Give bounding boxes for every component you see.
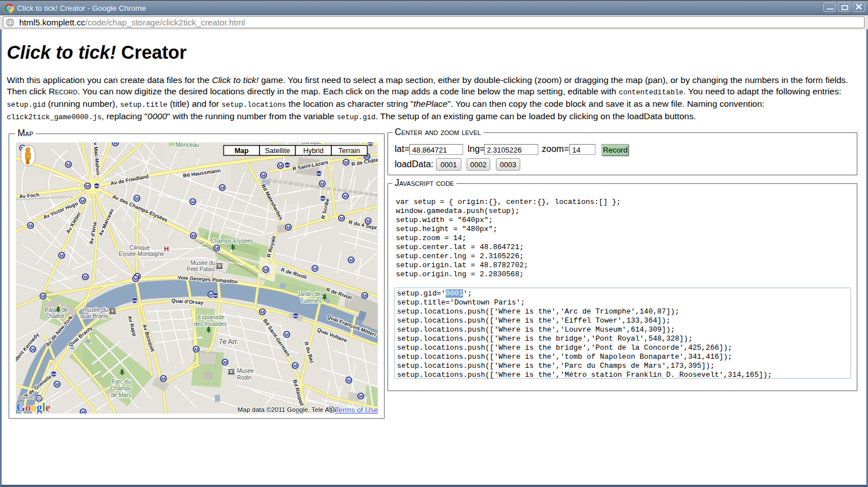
svg-text:Google: Google [16, 401, 50, 414]
svg-text:Tuileries: Tuileries [300, 298, 321, 304]
svg-text:de Mars: de Mars [111, 392, 131, 398]
svg-text:Jardin des: Jardin des [297, 291, 323, 297]
svg-text:Map data ©2011 Google, Tele At: Map data ©2011 Google, Tele Atlas - [237, 406, 343, 413]
svg-text:Musée: Musée [237, 368, 254, 374]
svg-text:Elysée-Montaigne: Elysée-Montaigne [119, 251, 164, 257]
svg-text:Petit Palais: Petit Palais [187, 266, 215, 272]
svg-text:Clinique: Clinique [129, 245, 150, 251]
svg-text:Monceau: Monceau [176, 142, 199, 148]
svg-text:Clinique: Clinique [301, 142, 322, 145]
svg-text:Champs-Elysées: Champs-Elysées [210, 238, 253, 244]
svg-text:musée du: musée du [83, 307, 108, 313]
svg-text:Satellite: Satellite [265, 147, 290, 155]
svg-text:des Invalides: des Invalides [194, 321, 227, 327]
svg-text:Map: Map [235, 147, 249, 155]
svg-text:Rodin: Rodin [237, 375, 252, 381]
svg-text:Esplanade: Esplanade [198, 314, 225, 320]
svg-text:Parc du: Parc du [111, 379, 131, 385]
svg-text:7e Arr.: 7e Arr. [219, 338, 239, 346]
svg-text:Champs: Champs [110, 385, 131, 392]
svg-text:Palais de: Palais de [45, 307, 68, 313]
svg-text:Terms of Use: Terms of Use [335, 406, 378, 414]
svg-text:Musée du: Musée du [191, 260, 215, 266]
svg-text:Chaillot: Chaillot [45, 313, 64, 319]
svg-text:quai Branly: quai Branly [80, 313, 109, 319]
svg-text:Terrain: Terrain [339, 147, 360, 155]
svg-text:POWERED BY: POWERED BY [18, 396, 42, 399]
svg-text:Hybrid: Hybrid [303, 147, 323, 155]
svg-text:H: H [164, 245, 169, 253]
